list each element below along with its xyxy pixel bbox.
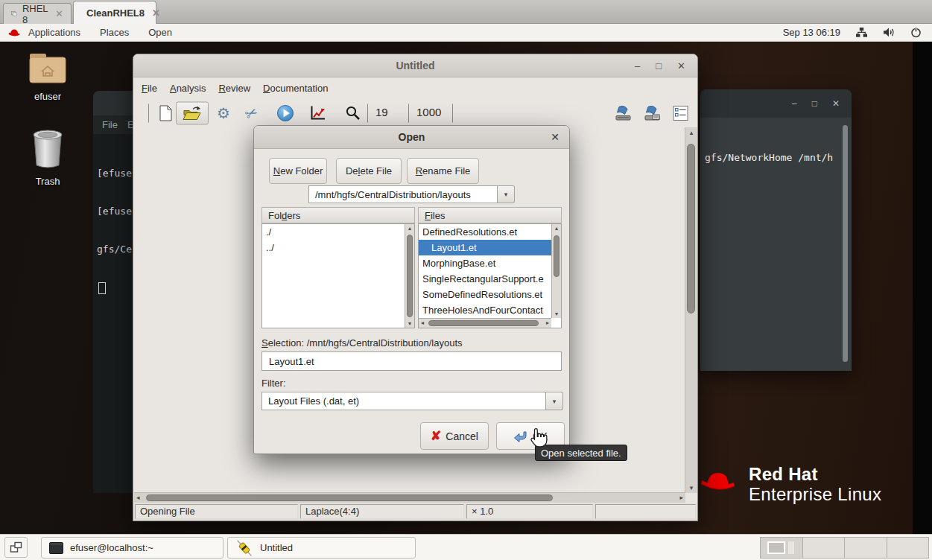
menu-review[interactable]: Review xyxy=(218,83,250,94)
open-file-button[interactable] xyxy=(176,102,209,125)
file-item[interactable]: ThreeHolesAndFourContact xyxy=(419,302,561,318)
plot-chart-icon[interactable] xyxy=(309,106,326,121)
file-item[interactable]: SingleRectangularSupport.e xyxy=(419,271,561,287)
bottom-taskbar: efuser@localhost:~ Untitled xyxy=(0,534,932,560)
close-icon[interactable]: ✕ xyxy=(677,60,685,71)
maximize-icon[interactable]: □ xyxy=(656,60,662,71)
topbar-menu-applications[interactable]: Applications xyxy=(28,27,80,38)
send-tray-icon[interactable] xyxy=(614,105,633,122)
toolbar-value-b[interactable]: 1000 xyxy=(416,106,441,118)
taskbar-item-untitled[interactable]: Untitled xyxy=(227,537,416,559)
file-item-selected[interactable]: Layout1.et xyxy=(419,240,551,255)
filter-combobox[interactable]: Layout Files (.dat, et) ▾ xyxy=(261,392,563,410)
app-horizontal-scrollbar[interactable]: ◂ ▸ xyxy=(134,492,685,503)
volume-icon[interactable] xyxy=(883,27,895,38)
scroll-up-icon[interactable]: ▴ xyxy=(685,129,697,136)
menu-analysis[interactable]: Analysis xyxy=(170,83,206,94)
files-vertical-scrollbar[interactable]: ▴ ▾ xyxy=(551,224,561,318)
maximize-icon[interactable]: □ xyxy=(812,98,817,109)
file-item[interactable]: MorphingBase.et xyxy=(419,255,561,271)
scrollbar-thumb[interactable] xyxy=(554,235,559,277)
app-titlebar[interactable]: Untitled – □ ✕ xyxy=(133,54,697,77)
rename-file-button[interactable]: Rename File xyxy=(407,158,479,184)
redhat-menu-icon[interactable] xyxy=(7,28,21,37)
filename-input[interactable] xyxy=(261,351,562,371)
cancel-button[interactable]: ✘ Cancel xyxy=(420,422,489,450)
scroll-down-icon[interactable]: ▾ xyxy=(552,311,561,317)
power-icon[interactable] xyxy=(910,27,922,38)
scrollbar-thumb[interactable] xyxy=(428,320,539,326)
trash-icon xyxy=(29,128,66,170)
workspace-4[interactable] xyxy=(887,538,929,558)
file-item[interactable]: DefinedResolutions.et xyxy=(419,224,561,240)
app-vertical-scrollbar[interactable]: ▴ ▾ xyxy=(685,127,697,493)
terminal-titlebar[interactable]: – □ ✕ xyxy=(700,89,852,118)
filter-value[interactable]: Layout Files (.dat, et) xyxy=(261,392,546,410)
cut-scissors-icon[interactable]: ✂ xyxy=(242,103,261,124)
console-tab-rhel8[interactable]: RHEL 8 ✕ xyxy=(3,3,72,24)
menu-file[interactable]: File xyxy=(142,83,157,94)
chevron-down-icon[interactable]: ▾ xyxy=(546,392,563,410)
scrollbar-thumb[interactable] xyxy=(146,494,553,501)
vm-screen-icon xyxy=(11,9,17,19)
form-list-icon[interactable] xyxy=(672,105,689,122)
topbar-menu-open[interactable]: Open xyxy=(148,27,172,38)
receive-tray-icon[interactable] xyxy=(643,105,662,122)
scroll-right-icon[interactable]: ▸ xyxy=(546,319,549,326)
close-tab-icon[interactable]: ✕ xyxy=(152,7,160,19)
terminal-cursor xyxy=(98,282,106,294)
network-icon[interactable] xyxy=(855,27,868,38)
folder-item[interactable]: ../ xyxy=(262,240,414,255)
scroll-left-icon[interactable]: ◂ xyxy=(136,494,140,501)
mouse-cursor-hand-icon xyxy=(529,427,548,451)
new-folder-button[interactable]: New Folder xyxy=(269,158,327,184)
path-value[interactable]: /mnt/hgfs/CentralDistribution/layouts xyxy=(308,185,498,203)
files-header[interactable]: Files xyxy=(418,207,562,223)
run-play-icon[interactable] xyxy=(276,104,294,122)
folders-header[interactable]: Folders xyxy=(261,207,415,223)
files-list[interactable]: DefinedResolutions.et Layout1.et Morphin… xyxy=(418,223,562,328)
scroll-up-icon[interactable]: ▴ xyxy=(552,225,561,232)
scrollbar-thumb[interactable] xyxy=(407,235,413,317)
workspace-switcher[interactable] xyxy=(760,537,929,559)
desktop-icon-trash[interactable]: Trash xyxy=(15,128,80,187)
scroll-down-icon[interactable]: ▾ xyxy=(685,484,697,491)
home-folder-icon xyxy=(28,49,68,85)
folders-scrollbar[interactable]: ▴ ▾ xyxy=(405,224,414,328)
taskbar-item-terminal[interactable]: efuser@localhost:~ xyxy=(41,537,224,559)
folders-list[interactable]: ./ ../ ▴ ▾ xyxy=(261,223,415,328)
dialog-titlebar[interactable]: Open ✕ xyxy=(254,126,569,149)
menu-documentation[interactable]: Documentation xyxy=(263,83,328,94)
zoom-search-icon[interactable] xyxy=(345,106,361,121)
workspace-3[interactable] xyxy=(845,538,887,558)
file-item[interactable]: SomeDefinedResolutions.et xyxy=(419,287,561,302)
chevron-down-icon[interactable]: ▾ xyxy=(498,185,515,203)
scroll-left-icon[interactable]: ◂ xyxy=(421,319,424,326)
filter-label: Filter: xyxy=(261,378,286,389)
settings-gear-icon[interactable]: ⚙ xyxy=(217,104,230,122)
close-icon[interactable]: ✕ xyxy=(832,98,840,109)
scroll-up-icon[interactable]: ▴ xyxy=(405,225,414,232)
new-document-icon[interactable] xyxy=(159,105,173,122)
workspace-1[interactable] xyxy=(761,538,803,558)
workspace-2[interactable] xyxy=(803,538,846,558)
topbar-clock[interactable]: Sep 13 06:19 xyxy=(783,27,840,38)
terminal-menu-file[interactable]: File xyxy=(102,119,118,130)
scroll-right-icon[interactable]: ▸ xyxy=(679,494,683,501)
path-combobox[interactable]: /mnt/hgfs/CentralDistribution/layouts ▾ xyxy=(308,185,515,203)
terminal-scrollbar[interactable] xyxy=(843,125,848,362)
scroll-down-icon[interactable]: ▾ xyxy=(405,320,414,327)
delete-file-button[interactable]: Delete File xyxy=(336,158,402,184)
close-icon[interactable]: ✕ xyxy=(551,126,559,148)
folder-item[interactable]: ./ xyxy=(262,224,414,240)
topbar-menu-places[interactable]: Places xyxy=(100,27,129,38)
console-tab-cleanrhel8[interactable]: CleanRHEL8 ✕ xyxy=(73,1,156,24)
toolbar-value-a[interactable]: 19 xyxy=(375,106,388,118)
close-tab-icon[interactable]: ✕ xyxy=(55,8,63,19)
desktop-icon-home[interactable]: efuser xyxy=(15,49,80,102)
window-list-button[interactable] xyxy=(4,537,28,558)
minimize-icon[interactable]: – xyxy=(792,98,797,109)
minimize-icon[interactable]: – xyxy=(635,60,640,71)
scrollbar-thumb[interactable] xyxy=(687,144,695,314)
files-horizontal-scrollbar[interactable]: ◂ ▸ xyxy=(419,318,551,328)
